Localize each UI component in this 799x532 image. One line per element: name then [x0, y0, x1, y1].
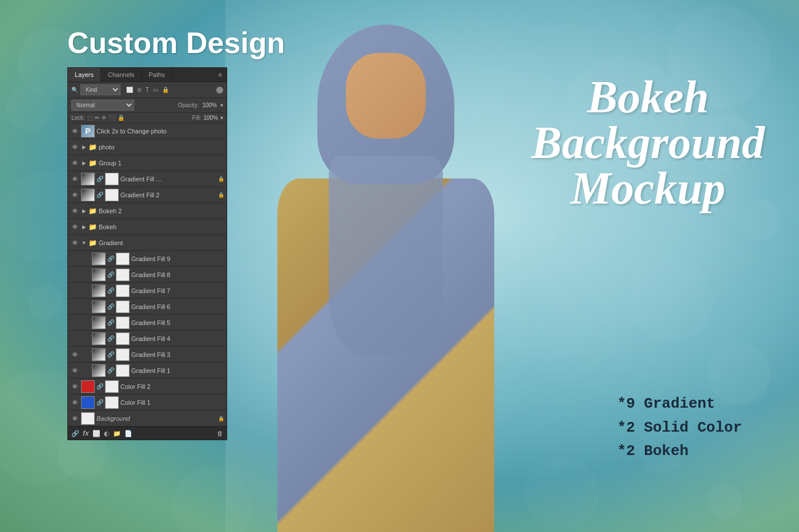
lock-all-icon[interactable]: ⬛: [108, 115, 115, 121]
link-icon: 🔗: [96, 176, 103, 182]
layer-visibility-icon[interactable]: 👁: [70, 367, 79, 374]
layer-visibility-icon[interactable]: 👁: [70, 208, 79, 214]
collapse-arrow-icon[interactable]: ▶: [81, 144, 87, 150]
fill-chevron[interactable]: ▾: [220, 115, 223, 121]
layer-thumbnail: [81, 189, 95, 201]
layer-row[interactable]: 👁 🔗 Color Fill 1: [68, 395, 227, 411]
link-icon: 🔗: [107, 351, 114, 358]
new-layer-icon[interactable]: 📄: [124, 430, 132, 437]
folder-icon: 📁: [88, 159, 97, 167]
layer-name: Gradient Fill 3: [131, 351, 224, 358]
filter-pixel-icon[interactable]: ⬜: [125, 86, 134, 94]
layer-row[interactable]: 👁 ▼ 📁 Gradient: [68, 235, 227, 251]
layer-row[interactable]: 👁 ▶ 📁 Group 1: [68, 155, 227, 171]
layer-name: Gradient Fill 2: [120, 192, 215, 198]
layer-visibility-icon[interactable]: 👁: [70, 176, 79, 182]
layer-thumbnail: P: [81, 125, 95, 137]
layer-visibility-icon[interactable]: 👁: [70, 351, 79, 358]
blend-mode-dropdown[interactable]: Normal: [71, 100, 134, 111]
filter-smart-icon[interactable]: 🔒: [161, 86, 170, 94]
layer-row[interactable]: 👁 🔗 Gradient Fill ... 🔒: [68, 171, 227, 187]
layer-visibility-icon[interactable]: 👁: [70, 224, 79, 230]
layer-name: photo: [99, 144, 224, 151]
lock-icon: 🔒: [218, 192, 224, 198]
fx-icon[interactable]: fx: [83, 429, 89, 437]
layer-row[interactable]: 🔗 Gradient Fill 8: [68, 267, 227, 283]
layer-mask-thumbnail: [105, 396, 119, 409]
tab-channels[interactable]: Channels: [101, 68, 142, 82]
delete-layer-icon[interactable]: 🗑: [217, 430, 223, 437]
tab-layers[interactable]: Layers: [68, 68, 101, 82]
layer-row[interactable]: 👁 🔗 Gradient Fill 3: [68, 347, 227, 363]
layer-mask-thumbnail: [116, 269, 130, 281]
layer-row[interactable]: 🔗 Gradient Fill 6: [68, 299, 227, 315]
layer-visibility-icon[interactable]: 👁: [70, 160, 79, 166]
layer-row[interactable]: 🔗 Gradient Fill 4: [68, 331, 227, 347]
layer-mask-thumbnail: [116, 364, 130, 377]
tab-paths[interactable]: Paths: [142, 68, 172, 82]
features-list: *9 Gradient *2 Solid Color *2 Bokeh: [618, 392, 742, 464]
layer-row[interactable]: 👁 ▶ 📁 photo: [68, 139, 227, 155]
layers-list: 👁 P Click 2x to Change photo 👁 ▶ 📁 photo…: [68, 123, 227, 427]
layers-panel: Layers Channels Paths ≡ 🔍 Kind ⬜ ⊘ T ▭ 🔒…: [67, 67, 227, 440]
layer-row[interactable]: 👁 🔗 Color Fill 2: [68, 379, 227, 395]
layer-name: Gradient Fill 4: [131, 335, 224, 342]
panel-menu-icon[interactable]: ≡: [214, 68, 227, 82]
lock-artboard-icon[interactable]: 🔒: [118, 115, 124, 121]
lock-move-icon[interactable]: ✛: [102, 115, 106, 121]
layer-row[interactable]: 👁 ▶ 📁 Bokeh: [68, 219, 227, 235]
layer-visibility-icon[interactable]: 👁: [70, 192, 79, 198]
layer-thumbnail: [92, 285, 106, 297]
layer-name: Click 2x to Change photo: [96, 128, 224, 135]
title-line-3: Mockup: [531, 165, 765, 211]
filter-toggle[interactable]: [216, 87, 223, 94]
layer-row[interactable]: 🔗 Gradient Fill 7: [68, 283, 227, 299]
layer-row[interactable]: 🔗 Gradient Fill 5: [68, 315, 227, 331]
layer-row[interactable]: 👁 🔗 Gradient Fill 2 🔒: [68, 187, 227, 203]
filter-adjust-icon[interactable]: ⊘: [136, 86, 143, 94]
layer-name: Bokeh 2: [99, 208, 224, 214]
link-icon: 🔗: [107, 303, 114, 310]
filter-type-icon[interactable]: T: [144, 86, 150, 94]
layer-visibility-icon[interactable]: 👁: [70, 415, 79, 422]
opacity-label: Opacity:: [178, 102, 199, 108]
layer-row[interactable]: 👁 P Click 2x to Change photo: [68, 123, 227, 139]
link-layers-icon[interactable]: 🔗: [71, 430, 79, 437]
layer-row[interactable]: 🔗 Gradient Fill 9: [68, 251, 227, 267]
layer-thumbnail: [92, 253, 106, 265]
collapse-arrow-icon[interactable]: ▶: [81, 160, 87, 166]
layer-name: Gradient Fill 8: [131, 271, 224, 278]
lock-pixel-icon[interactable]: ⬚: [87, 115, 92, 121]
lock-row: Lock: ⬚ ✏ ✛ ⬛ 🔒 Fill: 100% ▾: [68, 113, 227, 123]
link-icon: 🔗: [107, 271, 114, 278]
layer-row[interactable]: 👁 Background 🔒: [68, 411, 227, 427]
layer-mask-thumbnail: [116, 332, 130, 345]
layer-thumbnail: [81, 412, 95, 425]
add-mask-icon[interactable]: ⬜: [92, 430, 100, 437]
link-icon: 🔗: [107, 335, 114, 342]
layer-mask-thumbnail: [116, 285, 130, 297]
folder-icon: 📁: [88, 207, 97, 215]
layer-mask-thumbnail: [105, 173, 119, 185]
layer-visibility-icon[interactable]: 👁: [70, 128, 79, 135]
filter-shape-icon[interactable]: ▭: [152, 86, 159, 94]
layer-visibility-icon[interactable]: 👁: [70, 239, 79, 246]
collapse-arrow-icon[interactable]: ▶: [81, 208, 87, 214]
adjustment-icon[interactable]: ◐: [104, 430, 110, 437]
layer-row[interactable]: 👁 ▶ 📁 Bokeh 2: [68, 203, 227, 219]
link-icon: 🔗: [107, 367, 114, 373]
folder-icon: 📁: [88, 223, 97, 231]
opacity-chevron[interactable]: ▾: [220, 102, 223, 108]
collapse-arrow-icon[interactable]: ▼: [81, 240, 87, 246]
fill-label: Fill:: [192, 115, 201, 121]
layer-name: Gradient Fill ...: [120, 176, 215, 182]
fill-value: 100%: [203, 115, 218, 121]
layer-visibility-icon[interactable]: 👁: [70, 144, 79, 151]
layer-visibility-icon[interactable]: 👁: [70, 399, 79, 406]
filter-kind-dropdown[interactable]: Kind: [80, 84, 120, 95]
layer-visibility-icon[interactable]: 👁: [70, 383, 79, 390]
new-group-icon[interactable]: 📁: [113, 430, 121, 437]
lock-paint-icon[interactable]: ✏: [95, 115, 99, 121]
collapse-arrow-icon[interactable]: ▶: [81, 224, 87, 230]
layer-row[interactable]: 👁 🔗 Gradient Fill 1: [68, 363, 227, 379]
